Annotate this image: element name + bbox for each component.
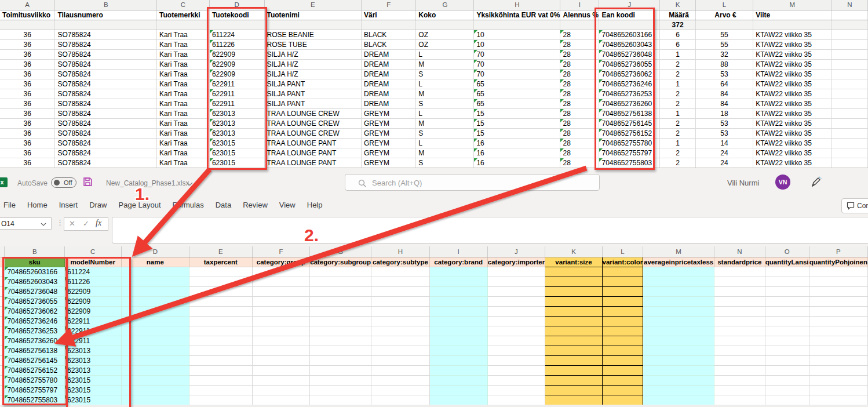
name-box[interactable]: O14 <box>0 217 52 230</box>
cell[interactable]: 36 <box>0 148 55 158</box>
cell[interactable] <box>831 59 867 69</box>
cell[interactable] <box>189 385 253 395</box>
cell[interactable] <box>487 326 545 336</box>
cell[interactable]: SILJA H/Z <box>264 69 361 79</box>
cell[interactable] <box>643 385 714 395</box>
cell[interactable] <box>545 326 602 336</box>
cell[interactable] <box>602 286 643 296</box>
cell[interactable] <box>809 326 867 336</box>
header-cell[interactable]: name <box>121 257 189 267</box>
cell[interactable] <box>831 148 867 158</box>
cell[interactable] <box>602 306 643 316</box>
cell[interactable]: 24 <box>695 148 753 158</box>
cell[interactable] <box>429 365 487 375</box>
cell[interactable] <box>809 306 867 316</box>
cell[interactable]: 36 <box>0 30 55 39</box>
cell[interactable]: 53 <box>695 128 753 138</box>
cell[interactable]: 10 <box>474 39 560 49</box>
cell[interactable] <box>310 316 371 326</box>
cell[interactable]: SO785824 <box>55 108 157 118</box>
cell[interactable] <box>714 365 765 375</box>
cell[interactable]: 64 <box>695 79 753 89</box>
column-header-K[interactable]: K <box>660 0 696 10</box>
cell[interactable]: 70 <box>474 69 560 79</box>
cell[interactable]: 2 <box>660 118 696 128</box>
cell[interactable]: GREYM <box>361 118 415 128</box>
cell[interactable]: ROSE TUBE <box>264 39 361 49</box>
cell[interactable]: TRAA LOUNGE PANT <box>264 148 361 158</box>
insert-function-icon[interactable]: fx <box>96 219 101 228</box>
column-header-H[interactable]: H <box>474 0 560 10</box>
cell[interactable]: 2 <box>660 59 696 69</box>
column-header-L[interactable]: L <box>695 0 753 10</box>
cell[interactable] <box>371 286 430 296</box>
cell[interactable]: DREAM <box>361 89 415 99</box>
cell[interactable] <box>809 355 867 365</box>
column-header-G[interactable]: G <box>310 246 371 257</box>
cell[interactable] <box>371 395 430 405</box>
tab-formulas[interactable]: Formulas <box>173 201 204 209</box>
column-header-F[interactable]: F <box>361 0 415 10</box>
cell[interactable] <box>765 346 809 355</box>
cell[interactable] <box>602 326 643 336</box>
cell[interactable] <box>189 346 253 355</box>
cell[interactable]: SO785824 <box>55 39 157 49</box>
cell[interactable] <box>545 306 602 316</box>
cell[interactable] <box>121 286 189 296</box>
cell[interactable]: Kari Traa <box>157 79 210 89</box>
cell[interactable]: 65 <box>474 89 560 99</box>
cell[interactable] <box>189 375 253 385</box>
cell[interactable] <box>252 296 310 306</box>
cell[interactable]: OZ <box>416 39 474 49</box>
cell[interactable] <box>765 267 809 277</box>
cell[interactable] <box>643 277 714 286</box>
cell[interactable]: 28 <box>560 79 599 89</box>
header-cell[interactable]: Yksikköhinta EUR vat 0% <box>474 10 560 20</box>
cell[interactable]: 15 <box>474 128 560 138</box>
cell[interactable] <box>714 375 765 385</box>
header-cell[interactable]: Arvo € <box>695 10 753 20</box>
cell[interactable] <box>121 346 189 355</box>
cell[interactable] <box>714 286 765 296</box>
cell[interactable] <box>643 306 714 316</box>
cell[interactable] <box>809 286 867 296</box>
cell[interactable]: DREAM <box>361 99 415 108</box>
cell[interactable] <box>252 346 310 355</box>
cell[interactable]: Kari Traa <box>157 30 210 39</box>
avatar[interactable]: VN <box>775 175 790 190</box>
cell[interactable]: 28 <box>560 39 599 49</box>
cell[interactable] <box>714 296 765 306</box>
column-header-C[interactable]: C <box>157 0 210 10</box>
cell[interactable] <box>487 306 545 316</box>
cell[interactable]: Kari Traa <box>157 148 210 158</box>
column-header-L[interactable]: L <box>602 246 643 257</box>
cell[interactable]: SO785824 <box>55 148 157 158</box>
cell[interactable] <box>765 286 809 296</box>
cell[interactable]: 16 <box>474 138 560 148</box>
cell[interactable]: M <box>416 59 474 69</box>
cell[interactable] <box>714 395 765 405</box>
cell[interactable]: SO785824 <box>55 138 157 148</box>
cell[interactable] <box>252 336 310 346</box>
cell[interactable] <box>643 316 714 326</box>
cell[interactable] <box>429 355 487 365</box>
tab-draw[interactable]: Draw <box>89 201 107 209</box>
cell[interactable] <box>252 306 310 316</box>
cell[interactable] <box>765 375 809 385</box>
cell[interactable] <box>602 346 643 355</box>
cell[interactable] <box>429 375 487 385</box>
cell[interactable]: KTAW22 viikko 35 <box>753 138 832 148</box>
header-cell[interactable]: Tuotenimi <box>264 10 361 20</box>
cell[interactable] <box>371 346 430 355</box>
cell[interactable]: KTAW22 viikko 35 <box>753 39 832 49</box>
cell[interactable] <box>602 267 643 277</box>
cell[interactable]: KTAW22 viikko 35 <box>753 59 832 69</box>
cell[interactable]: SILJA PANT <box>264 79 361 89</box>
cell[interactable] <box>714 336 765 346</box>
cell[interactable] <box>545 346 602 355</box>
cell[interactable]: 53 <box>695 118 753 128</box>
header-cell[interactable]: category:brand <box>429 257 487 267</box>
column-header-J[interactable]: J <box>487 246 545 257</box>
cell[interactable] <box>371 375 430 385</box>
cell[interactable]: KTAW22 viikko 35 <box>753 128 832 138</box>
